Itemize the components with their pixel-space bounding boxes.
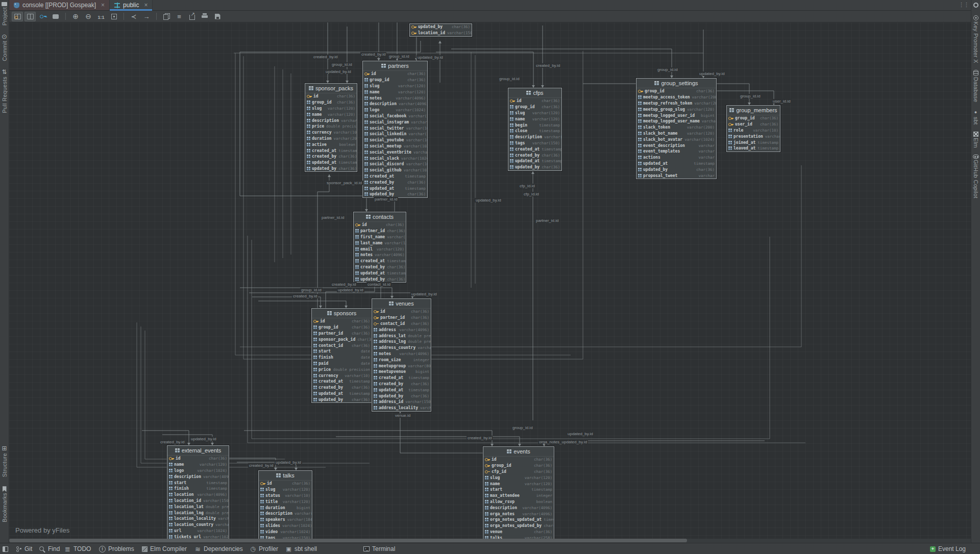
column-row-role[interactable]: rolevarchar(10)	[727, 128, 780, 134]
entity-header[interactable]: group_settings	[636, 79, 716, 88]
column-row-cfp_id[interactable]: cfp_idchar(36)	[483, 469, 554, 475]
column-row-location[interactable]: locationvarchar(4096)	[167, 492, 229, 498]
column-row-address_lat[interactable]: address_latdouble precision	[372, 333, 431, 339]
entity-header[interactable]: external_events	[167, 446, 229, 456]
column-row-description[interactable]: descriptionvarchar(4096)	[305, 117, 357, 123]
column-row-slug[interactable]: slugvarchar(120)	[259, 487, 312, 493]
column-row-sponsor_pack_id[interactable]: sponsor_pack_idchar(36)	[312, 336, 372, 342]
sidebar-item-commit[interactable]: Commit	[1, 33, 8, 61]
column-row-id[interactable]: idchar(36)	[372, 309, 431, 315]
column-row-meetup_logged_user_id[interactable]: meetup_logged_user_idbigint	[636, 112, 716, 118]
column-row-close[interactable]: closetimestamp	[508, 128, 561, 134]
status-dependencies[interactable]: Dependencies	[194, 543, 243, 554]
entity-header[interactable]: events	[483, 447, 554, 457]
entity-header[interactable]: partners	[363, 61, 427, 71]
column-row-group_id[interactable]: group_idchar(36)	[508, 104, 561, 110]
entity-external_events[interactable]: external_eventsidchar(36)namevarchar(120…	[167, 445, 229, 540]
diagram-canvas[interactable]: Powered by yFiles updated_bychar(36)loca…	[9, 22, 971, 540]
entity-group_settings[interactable]: group_settingsgroup_idchar(36)meetup_acc…	[636, 78, 717, 179]
entity-header[interactable]: talks	[259, 471, 312, 481]
column-row-social_eventbrite[interactable]: social_eventbritevarchar(1024)	[363, 149, 427, 155]
column-row-finish[interactable]: finishtimestamp	[167, 486, 229, 492]
column-row-video[interactable]: videovarchar(1024)	[259, 528, 312, 535]
column-row-social_github[interactable]: social_githubvarchar(1024)	[363, 167, 427, 173]
column-row-location_id[interactable]: location_idvarchar(150)	[410, 30, 472, 36]
status-find[interactable]: Find	[39, 543, 60, 554]
column-row-id[interactable]: idchar(36)	[259, 481, 312, 487]
actual-size-button[interactable]	[95, 12, 107, 21]
status-problems[interactable]: Problems	[99, 543, 134, 554]
column-row-name[interactable]: namevarchar(120)	[508, 116, 561, 122]
column-row-url[interactable]: urlvarchar(1024)	[167, 528, 229, 534]
copy-diagram-button[interactable]	[161, 12, 172, 21]
column-row-address_lng[interactable]: address_lngdouble precision	[372, 339, 431, 345]
column-row-updated_at[interactable]: updated_attimestamp	[508, 158, 561, 164]
column-row-updated_at[interactable]: updated_attimestamp	[312, 391, 372, 397]
column-row-notes[interactable]: notesvarchar(4096)	[354, 252, 406, 258]
column-row-updated_by[interactable]: updated_bychar(36)	[410, 24, 472, 30]
column-row-presentation[interactable]: presentationvarchar(4096)	[727, 133, 780, 139]
column-row-name[interactable]: namevarchar(120)	[483, 481, 554, 487]
column-row-created_at[interactable]: created_attimestamp	[508, 146, 561, 152]
entity-partial[interactable]: updated_bychar(36)location_idvarchar(150…	[409, 23, 472, 37]
zoom-in-button[interactable]	[70, 12, 81, 21]
column-row-group_id[interactable]: group_idchar(36)	[727, 115, 780, 121]
column-row-social_youtube[interactable]: social_youtubevarchar(1024)	[363, 137, 427, 143]
diagram-settings-button[interactable]	[174, 12, 185, 21]
column-row-speakers[interactable]: speakersvarchar(184)	[259, 517, 312, 523]
column-row-social_twitter[interactable]: social_twittervarchar(1024)	[363, 125, 427, 131]
entity-group_members[interactable]: group_membersgroup_idchar(36)user_idchar…	[726, 105, 780, 152]
export-to-file-button[interactable]	[186, 12, 198, 21]
column-row-meetup_group_slug[interactable]: meetup_group_slugvarchar(120)	[636, 106, 716, 112]
column-row-address[interactable]: addressvarchar(4096)	[372, 326, 431, 333]
column-row-location_country[interactable]: location_countryvarchar(30)	[167, 522, 229, 528]
status-todo[interactable]: TODO	[64, 543, 91, 554]
sidebar-item-pull-requests[interactable]: Pull Requests	[1, 68, 8, 113]
column-row-id[interactable]: idchar(36)	[483, 457, 554, 463]
column-row-slug[interactable]: slugvarchar(120)	[508, 110, 561, 116]
entity-header[interactable]: contacts	[354, 212, 406, 222]
column-row-notes[interactable]: notesvarchar(4096)	[372, 351, 431, 357]
column-row-updated_by[interactable]: updated_bychar(36)	[363, 191, 427, 197]
tab-public-diagram[interactable]: public ×	[110, 0, 153, 10]
column-row-address_id[interactable]: address_idvarchar(150)	[372, 399, 431, 405]
column-row-social_discord[interactable]: social_discordvarchar(1024)	[363, 161, 427, 167]
column-row-location_id[interactable]: location_idvarchar(150)	[167, 498, 229, 504]
status-toolwin[interactable]	[3, 543, 8, 554]
column-row-partner_id[interactable]: partner_idchar(36)	[354, 228, 406, 234]
column-row-meetupgroup[interactable]: meetupgroupvarchar(80)	[372, 363, 431, 369]
column-row-orga_notes[interactable]: orga_notesvarchar(4096)	[483, 511, 554, 517]
close-icon[interactable]: ×	[101, 2, 105, 9]
fit-content-button[interactable]	[108, 12, 119, 21]
column-row-group_id[interactable]: group_idchar(36)	[636, 88, 716, 94]
column-row-created_at[interactable]: created_attimestamp	[372, 375, 431, 381]
horizontal-scrollbar-thumb[interactable]	[9, 539, 687, 542]
column-row-address_country[interactable]: address_countryvarchar(30)	[372, 345, 431, 351]
diagram-objects-toggle-button[interactable]	[12, 12, 23, 21]
column-row-updated_by[interactable]: updated_bychar(36)	[354, 276, 406, 282]
column-row-group_id[interactable]: group_idchar(36)	[363, 77, 427, 83]
column-row-logo[interactable]: logovarchar(1024)	[363, 107, 427, 113]
status-profiler[interactable]: Profiler	[250, 543, 278, 554]
column-row-partner_id[interactable]: partner_idchar(36)	[312, 331, 372, 337]
column-row-currency[interactable]: currencyvarchar(10)	[312, 372, 372, 379]
column-row-name[interactable]: namevarchar(120)	[363, 89, 427, 95]
column-row-duration[interactable]: durationbigint	[259, 505, 312, 511]
column-row-id[interactable]: idchar(36)	[305, 93, 357, 99]
status-git[interactable]: Git	[15, 543, 32, 554]
column-row-begin[interactable]: begintimestamp	[508, 122, 561, 128]
sidebar-item-bookmarks[interactable]: Bookmarks	[2, 486, 8, 522]
entity-venues[interactable]: venuesidchar(36)partner_idchar(36)contac…	[372, 298, 431, 412]
column-row-slack_bot_avatar[interactable]: slack_bot_avatarvarchar(1024)	[636, 136, 716, 142]
column-row-group_id[interactable]: group_idchar(36)	[312, 324, 372, 331]
column-row-updated_at[interactable]: updated_attimestamp	[363, 185, 427, 191]
column-row-meetup_access_token[interactable]: meetup_access_tokenvarchar(200)	[636, 94, 716, 100]
column-row-first_name[interactable]: first_namevarchar(120)	[354, 234, 406, 240]
column-row-id[interactable]: idchar(36)	[508, 98, 561, 104]
zoom-out-button[interactable]	[83, 12, 94, 21]
column-row-start[interactable]: starttimestamp	[167, 480, 229, 486]
column-row-updated_at[interactable]: updated_attimestamp	[372, 387, 431, 393]
column-row-group_id[interactable]: group_idchar(36)	[305, 99, 357, 106]
entity-partners[interactable]: partnersidchar(36)group_idchar(36)slugva…	[362, 61, 428, 198]
column-row-currency[interactable]: currencyvarchar(10)	[305, 130, 357, 136]
